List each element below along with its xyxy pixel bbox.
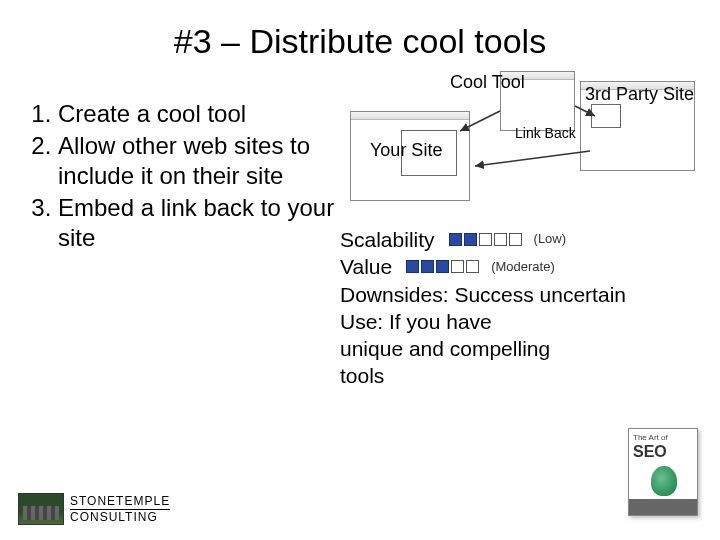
use-text: Use: If you have unique and compelling t… [340,308,560,390]
embedded-tool-box [591,104,621,128]
window-toolbar [351,112,469,120]
svg-line-2 [475,151,590,166]
numbered-list: Create a cool tool Allow other web sites… [30,99,340,253]
cool-tool-label: Cool Tool [450,73,525,92]
square-icon [479,233,492,246]
book-subtitle: The Art of [633,433,693,442]
square-icon [466,260,479,273]
slide-title: #3 – Distribute cool tools [0,0,720,71]
slide-content: Create a cool tool Allow other web sites… [0,71,720,390]
bird-icon [633,464,693,504]
value-rating: (Moderate) [491,259,555,276]
square-icon [509,233,522,246]
value-row: Value (Moderate) [340,253,700,280]
company-logo: STONETEMPLE CONSULTING [18,493,170,525]
square-icon [436,260,449,273]
logo-line2: CONSULTING [70,511,170,524]
downsides-text: Downsides: Success uncertain [340,281,700,308]
right-column: Cool Tool Your Site 3rd Party Site Link … [340,71,700,390]
left-column: Create a cool tool Allow other web sites… [30,71,340,390]
third-party-label: 3rd Party Site [585,85,694,104]
diagram: Cool Tool Your Site 3rd Party Site Link … [340,71,700,216]
square-icon [421,260,434,273]
logo-line1: STONETEMPLE [70,495,170,510]
book-title: SEO [633,443,693,461]
link-back-label: Link Back [515,126,576,141]
value-label: Value [340,253,392,280]
square-icon [494,233,507,246]
list-item: Allow other web sites to include it on t… [58,131,340,191]
scalability-row: Scalability (Low) [340,226,700,253]
logo-text: STONETEMPLE CONSULTING [70,495,170,523]
value-squares [406,260,479,273]
list-item: Embed a link back to your site [58,193,340,253]
scalability-label: Scalability [340,226,435,253]
book-cover: The Art of SEO [628,428,698,516]
book-band [629,499,697,515]
square-icon [406,260,419,273]
metrics: Scalability (Low) Value [340,226,700,390]
square-icon [451,260,464,273]
scalability-squares [449,233,522,246]
logo-image-icon [18,493,64,525]
scalability-rating: (Low) [534,231,567,248]
list-item: Create a cool tool [58,99,340,129]
square-icon [449,233,462,246]
square-icon [464,233,477,246]
your-site-label: Your Site [370,141,442,160]
